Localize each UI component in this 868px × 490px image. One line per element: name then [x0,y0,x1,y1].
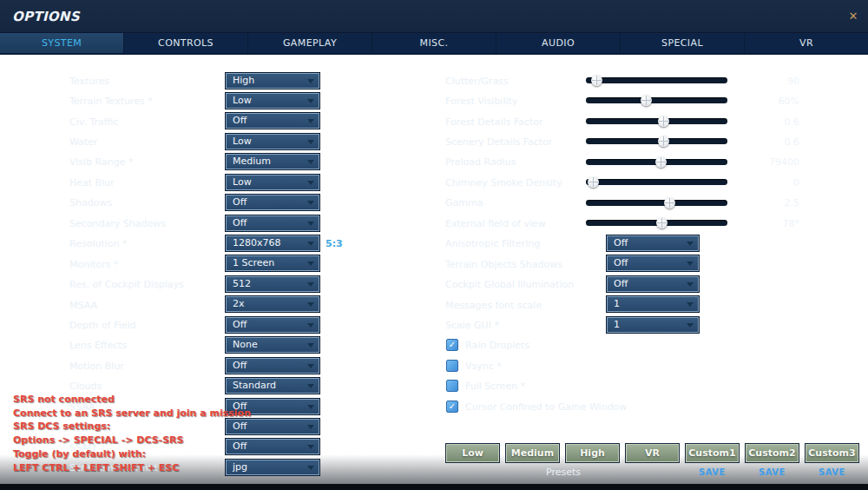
chevron-down-icon [687,242,694,246]
slider-row-clutter-grass: Clutter/Grass90 [0,70,868,90]
cursor-confined-to-game-window-checkbox[interactable]: ✓ [446,401,458,413]
option-row-cockpit-global-illumination: Cockpit Global IlluminationOff [0,274,868,294]
preset-vr-button[interactable]: VR [625,443,680,463]
clutter-grass-slider[interactable] [586,77,727,83]
chevron-down-icon [687,282,694,287]
option-label: Messages font scale [445,299,542,310]
slider-value: 0 [733,176,799,188]
preload-radius-slider[interactable] [586,159,727,165]
slider-value: 0.6 [733,116,799,127]
options-screen: OPTIONS ✕ SYSTEMCONTROLSGAMEPLAYMISC.AUD… [0,0,868,490]
slider-knob[interactable] [655,156,667,168]
vsync-checkbox[interactable] [446,360,458,372]
cockpit-global-illumination-dropdown[interactable]: Off [607,276,699,292]
chevron-down-icon [687,302,694,307]
option-label: Cockpit Global Illumination [445,279,574,290]
checkbox-row-rain-droplets: ✓Rain Droplets [0,335,868,355]
srs-overlay-line: SRS DCS settings: [13,420,378,434]
checkbox-label: Vsync * [465,360,502,371]
option-row-terrain-objects-shadows: Terrain Objects ShadowsOff [0,254,868,274]
tab-audio[interactable]: AUDIO [496,33,621,53]
checkbox-label: Full Screen * [465,381,525,392]
save-custom2-button[interactable]: SAVE [745,467,799,477]
srs-overlay-line: Connect to an SRS server and join a miss… [13,407,378,420]
slider-knob[interactable] [588,176,599,188]
scenery-details-factor-slider[interactable] [586,138,727,144]
srs-overlay-line: Toggle (by default) with: [13,447,378,461]
forest-details-factor-slider[interactable] [586,118,727,124]
slider-knob[interactable] [658,116,669,127]
preset-custom3-button[interactable]: Custom3 [805,443,859,463]
slider-row-scenery-details-factor: Scenery Details Factor0.6 [0,131,868,151]
slider-knob[interactable] [664,197,675,209]
checkbox-label: Cursor Confined to Game Window [465,401,627,412]
close-icon[interactable]: ✕ [845,9,861,24]
slider-value: 0.6 [733,136,799,148]
slider-label: Clutter/Grass [445,75,509,86]
option-row-messages-font-scale: Messages font scale1 [0,295,868,315]
slider-label: Chimney Smoke Density [445,176,562,188]
chimney-smoke-density-slider[interactable] [586,179,727,185]
slider-value: 79400 [733,156,799,168]
slider-value: 60% [733,96,799,107]
slider-value: 2.5 [733,197,799,209]
external-field-of-view-slider[interactable] [586,220,727,226]
slider-knob[interactable] [591,75,602,86]
slider-label: Preload Radius [445,156,516,168]
srs-overlay-line: LEFT CTRL + LEFT SHIFT + ESC [13,461,378,475]
chevron-down-icon [687,262,694,266]
slider-row-preload-radius: Preload Radius79400 [0,152,868,172]
chevron-down-icon [687,323,694,328]
slider-row-chimney-smoke-density: Chimney Smoke Density0 [0,172,868,192]
rain-droplets-checkbox[interactable]: ✓ [446,339,458,351]
tab-special[interactable]: SPECIAL [621,33,745,53]
tab-controls[interactable]: CONTROLS [124,33,248,53]
preset-custom2-button[interactable]: Custom2 [745,443,799,463]
slider-label: Gamma [445,197,483,209]
anisotropic-filtering-dropdown[interactable]: Off [607,235,699,251]
tab-gameplay[interactable]: GAMEPLAY [248,33,372,53]
full-screen-checkbox[interactable] [446,380,458,392]
preset-medium-button[interactable]: Medium [505,443,560,463]
option-row-anisotropic-filtering: Anisotropic FilteringOff [0,234,868,254]
checkbox-row-vsync: Vsync * [0,355,868,375]
save-custom3-button[interactable]: SAVE [805,467,859,477]
tab-bar: SYSTEMCONTROLSGAMEPLAYMISC.AUDIOSPECIALV… [0,33,868,55]
messages-font-scale-dropdown[interactable]: 1 [607,296,699,312]
srs-overlay-line: SRS not connected [13,393,378,407]
preset-high-button[interactable]: High [565,443,620,463]
scale-gui-dropdown[interactable]: 1 [607,317,699,333]
slider-label: Forest Visibility [445,96,517,107]
forest-visibility-slider[interactable] [586,97,727,103]
slider-row-external-field-of-view: External field of view78° [0,213,868,233]
slider-label: Forest Details Factor [445,116,543,127]
tab-system[interactable]: SYSTEM [0,33,124,53]
presets-caption: Presets [520,467,607,478]
save-custom1-button[interactable]: SAVE [685,467,740,477]
slider-value: 90 [733,75,799,86]
option-label: Anisotropic Filtering [445,238,540,249]
page-title: OPTIONS [12,9,80,24]
checkbox-label: Rain Droplets [465,340,529,351]
slider-row-forest-visibility: Forest Visibility60% [0,90,868,110]
slider-row-gamma: Gamma2.5 [0,193,868,213]
slider-knob[interactable] [658,136,669,147]
tab-misc[interactable]: MISC. [372,33,496,53]
slider-knob[interactable] [641,95,652,106]
right-options-column: Clutter/Grass90Forest Visibility60%Fores… [0,70,868,416]
slider-label: External field of view [445,217,546,228]
option-label: Terrain Objects Shadows [445,258,562,269]
tab-vr[interactable]: VR [745,33,868,53]
terrain-objects-shadows-dropdown[interactable]: Off [607,255,699,271]
slider-row-forest-details-factor: Forest Details Factor0.6 [0,111,868,131]
preset-custom1-button[interactable]: Custom1 [685,443,740,463]
gamma-slider[interactable] [586,200,727,206]
option-label: Scale GUI * [445,319,499,330]
srs-overlay: SRS not connectedConnect to an SRS serve… [13,393,378,474]
slider-value: 78° [733,217,799,228]
preset-low-button[interactable]: Low [445,443,500,463]
title-bar: OPTIONS ✕ [0,0,868,33]
option-row-scale-gui: Scale GUI *1 [0,315,868,334]
slider-knob[interactable] [656,217,667,228]
bottom-letterbox-bar [0,484,868,490]
